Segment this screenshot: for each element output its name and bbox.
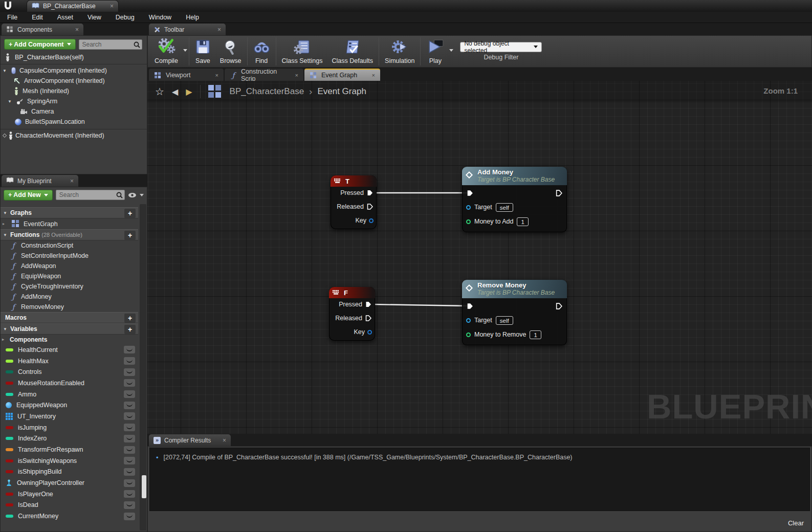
eye-closed-icon[interactable] — [124, 368, 135, 376]
exec-out-pin-icon[interactable] — [555, 302, 563, 310]
int-pin-icon[interactable] — [466, 332, 471, 337]
event-graph-canvas[interactable]: ☆ ◀ ▶ BP_CharacterBase › Event Graph Zoo… — [147, 81, 812, 434]
variable-row[interactable]: IsDead — [1, 500, 138, 511]
function-item[interactable]: ƒ CycleTroughInventory — [1, 281, 138, 292]
amount-value-box[interactable]: 1 — [530, 330, 541, 339]
exec-in-pin-icon[interactable] — [466, 302, 474, 310]
close-icon[interactable]: × — [295, 73, 298, 78]
tab-event-graph[interactable]: Event Graph × — [304, 69, 380, 81]
object-pin-icon[interactable] — [466, 318, 471, 323]
compiler-results-tab[interactable]: » Compiler Results × — [149, 434, 231, 446]
eye-closed-icon[interactable] — [124, 412, 135, 420]
variable-row[interactable]: Controls — [1, 366, 138, 378]
exec-pin-solid-icon[interactable] — [365, 301, 372, 308]
eye-closed-icon[interactable] — [124, 513, 135, 520]
amount-value-box[interactable]: 1 — [517, 217, 528, 226]
graphs-section-header[interactable]: ▼ Graphs + — [1, 207, 138, 218]
variable-row[interactable]: OwningPlayerController — [1, 477, 138, 489]
variable-row[interactable]: EquippedWeapon — [1, 400, 138, 411]
eye-closed-icon[interactable] — [124, 379, 135, 387]
variable-row[interactable]: TransformForRespawn — [1, 444, 138, 455]
close-icon[interactable]: × — [70, 178, 74, 184]
eye-closed-icon[interactable] — [124, 446, 135, 454]
component-item-camera[interactable]: Camera — [1, 106, 147, 117]
expand-caret-icon[interactable]: ▼ — [3, 69, 8, 73]
close-icon[interactable]: × — [215, 73, 218, 78]
chevron-down-icon[interactable] — [140, 194, 144, 198]
components-tab[interactable]: Components × — [2, 24, 83, 35]
function-item[interactable]: ƒ ConstructionScript — [1, 240, 138, 251]
menu-item-window[interactable]: Window — [142, 12, 179, 23]
pin-target[interactable]: Target self — [466, 316, 513, 325]
component-item-arrow[interactable]: ArrowComponent (Inherited) — [1, 76, 147, 86]
eye-closed-icon[interactable] — [124, 457, 135, 464]
pin-pressed[interactable]: Pressed — [340, 189, 374, 197]
toolbar-tab[interactable]: Toolbar × — [149, 24, 226, 35]
node-input-key-f[interactable]: F Pressed Released Key — [329, 287, 375, 341]
variable-row[interactable]: isJumping — [1, 422, 138, 433]
play-options-caret-icon[interactable] — [449, 49, 453, 54]
menu-item-debug[interactable]: Debug — [108, 12, 142, 23]
variable-row[interactable]: IndexZero — [1, 433, 138, 445]
play-button[interactable]: Play — [422, 36, 449, 67]
component-item-springarm[interactable]: ▼ SpringArm — [1, 96, 147, 106]
my-blueprint-tab[interactable]: My Blueprint × — [2, 175, 78, 187]
tab-viewport[interactable]: Viewport × — [149, 69, 224, 81]
components-search-input[interactable] — [79, 39, 142, 50]
class-defaults-button[interactable]: Class Defaults — [327, 36, 378, 67]
clear-button[interactable]: Clear — [788, 519, 804, 527]
debug-object-select[interactable]: No debug object selected — [460, 42, 542, 52]
compile-options-caret-icon[interactable] — [183, 49, 187, 54]
add-function-button[interactable]: + — [124, 231, 136, 240]
eye-closed-icon[interactable] — [124, 435, 135, 442]
asset-document-tab[interactable]: BP_CharacterBase × — [27, 0, 119, 12]
forward-arrow-icon[interactable]: ▶ — [186, 87, 192, 97]
tab-construction-script[interactable]: ƒ Construction Scrip × — [225, 69, 303, 81]
eye-closed-icon[interactable] — [124, 468, 135, 476]
eye-closed-icon[interactable] — [124, 390, 135, 398]
target-value-box[interactable]: self — [496, 203, 513, 212]
close-icon[interactable]: × — [75, 27, 79, 33]
my-blueprint-search-input[interactable] — [56, 190, 125, 200]
pin-key[interactable]: Key — [354, 328, 372, 336]
node-add-money[interactable]: Add Money Target is BP Character Base Ta… — [462, 167, 567, 232]
variable-row[interactable]: HealthMax — [1, 356, 138, 367]
add-graph-button[interactable]: + — [124, 209, 136, 218]
pin-released[interactable]: Released — [337, 203, 374, 211]
menu-item-view[interactable]: View — [80, 12, 108, 23]
compile-button[interactable]: Compile — [150, 36, 183, 67]
object-pin-icon[interactable] — [466, 205, 471, 210]
variable-row[interactable]: HealthCurrent — [1, 344, 138, 356]
menu-item-help[interactable]: Help — [179, 12, 206, 23]
close-icon[interactable]: × — [223, 437, 226, 444]
exec-out-pin-icon[interactable] — [555, 189, 563, 197]
variable-row[interactable]: isShippingBuild — [1, 467, 138, 478]
macros-section-header[interactable]: Macros + — [1, 312, 138, 323]
component-item-charactermovement[interactable]: CharacterMovement (Inherited) — [1, 130, 147, 141]
variables-group-components[interactable]: ▸ Components — [1, 335, 138, 344]
visibility-eye-icon[interactable] — [128, 192, 137, 198]
variable-row[interactable]: MouseRotationEnabled — [1, 378, 138, 389]
pin-key[interactable]: Key — [355, 216, 374, 225]
exec-in-pin-icon[interactable] — [466, 189, 474, 197]
favorite-star-icon[interactable]: ☆ — [155, 85, 164, 98]
component-root-item[interactable]: BP_CharacterBase(self) — [1, 52, 147, 63]
graph-item-eventgraph[interactable]: ▸ EventGraph — [1, 218, 138, 229]
add-macro-button[interactable]: + — [124, 314, 136, 323]
variable-row[interactable]: CurrentMoney — [1, 511, 138, 522]
key-pin-icon[interactable] — [369, 218, 374, 223]
close-icon[interactable]: × — [217, 27, 221, 33]
exec-pin-hollow-icon[interactable] — [365, 315, 372, 322]
pin-money-to-remove[interactable]: Money to Remove 1 — [466, 330, 541, 339]
function-item[interactable]: ƒ AddWeapon — [1, 261, 138, 271]
class-settings-button[interactable]: Class Settings — [277, 36, 327, 67]
find-button[interactable]: Find — [249, 36, 275, 67]
component-item-mesh[interactable]: Mesh (Inherited) — [1, 86, 147, 96]
variable-row[interactable]: IsPlayerOne — [1, 489, 138, 500]
functions-section-header[interactable]: ▼ Functions (28 Overridable) + — [1, 229, 138, 240]
pin-released[interactable]: Released — [335, 314, 372, 322]
add-component-button[interactable]: + Add Component — [4, 39, 76, 50]
component-item-bulletspawn[interactable]: BulletSpawnLocation — [1, 117, 147, 127]
expand-caret-icon[interactable]: ▼ — [8, 99, 13, 104]
save-button[interactable]: Save — [190, 36, 215, 67]
